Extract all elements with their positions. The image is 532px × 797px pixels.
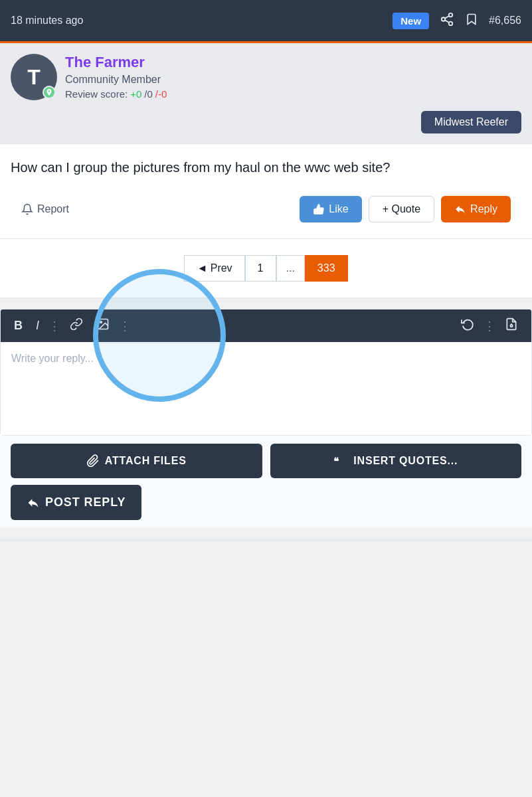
link-icon xyxy=(70,317,83,331)
draft-button[interactable] xyxy=(499,315,523,337)
user-role: Community Member xyxy=(65,74,521,86)
editor-toolbar: B I ⋮ ⋮ xyxy=(1,310,531,342)
reply-editor[interactable]: Write your reply... xyxy=(1,342,531,435)
editor-wrap: B I ⋮ ⋮ xyxy=(0,309,532,436)
action-bar: Report Like + Quote Reply xyxy=(11,191,521,228)
draft-icon xyxy=(505,317,518,331)
pagination: ◄ Prev 1 ... 333 xyxy=(0,239,532,298)
final-divider xyxy=(0,539,532,541)
toolbar-separator-3: ⋮ xyxy=(482,319,497,333)
italic-button[interactable]: I xyxy=(31,316,44,335)
post-reply-label: POST REPLY xyxy=(45,495,126,509)
community-tag-button[interactable]: Midwest Reefer xyxy=(421,111,521,133)
report-button[interactable]: Report xyxy=(21,203,300,215)
user-info: The Farmer Community Member Review score… xyxy=(65,54,521,100)
post-number: #6,656 xyxy=(489,15,521,27)
reply-icon xyxy=(454,203,466,215)
svg-text:❝: ❝ xyxy=(333,456,339,467)
action-buttons: Like + Quote Reply xyxy=(300,196,511,222)
top-bar: 18 minutes ago New #6,656 xyxy=(0,0,532,41)
undo-button[interactable] xyxy=(456,315,480,337)
online-indicator xyxy=(43,86,56,99)
quote-button[interactable]: + Quote xyxy=(369,196,434,222)
review-score: Review score: +0 /0 /-0 xyxy=(65,88,521,100)
svg-point-1 xyxy=(442,17,446,21)
reply-label: Reply xyxy=(470,203,497,215)
thumbs-up-icon xyxy=(313,203,325,215)
bottom-row-2: POST REPLY xyxy=(11,485,521,520)
image-icon xyxy=(96,317,110,331)
toolbar-separator-2: ⋮ xyxy=(118,319,132,333)
insert-quotes-label: INSERT QUOTES... xyxy=(353,455,458,467)
image-button[interactable] xyxy=(91,315,115,337)
quote-icon: ❝ xyxy=(333,454,348,468)
link-button[interactable] xyxy=(64,315,88,337)
like-label: Like xyxy=(329,203,348,215)
bottom-actions: ATTACH FILES ❝ INSERT QUOTES... POST REP… xyxy=(0,436,532,528)
new-badge: New xyxy=(393,13,429,29)
page-1-button[interactable]: 1 xyxy=(245,255,276,282)
username[interactable]: The Farmer xyxy=(65,54,521,71)
report-label: Report xyxy=(37,203,69,215)
bold-button[interactable]: B xyxy=(9,316,28,335)
editor-placeholder: Write your reply... xyxy=(11,353,94,364)
svg-point-7 xyxy=(510,325,512,327)
post-body: How can I group the pictures from my hau… xyxy=(0,144,532,238)
bottom-row-1: ATTACH FILES ❝ INSERT QUOTES... xyxy=(11,444,521,478)
prev-page-button[interactable]: ◄ Prev xyxy=(184,255,244,282)
bold-icon: B xyxy=(14,319,23,332)
post-reply-button[interactable]: POST REPLY xyxy=(11,485,141,520)
share-icon[interactable] xyxy=(440,12,454,30)
current-page-button[interactable]: 333 xyxy=(305,255,348,282)
post-header: T The Farmer Community Member Review sco… xyxy=(11,54,521,100)
avatar-wrap: T xyxy=(11,54,57,100)
undo-icon xyxy=(461,317,474,331)
italic-icon: I xyxy=(36,319,39,332)
editor-section: B I ⋮ ⋮ xyxy=(0,309,532,528)
like-button[interactable]: Like xyxy=(300,196,361,222)
toolbar-separator-1: ⋮ xyxy=(47,319,62,333)
post-content: How can I group the pictures from my hau… xyxy=(11,157,521,177)
post-time: 18 minutes ago xyxy=(11,15,382,27)
review-label: Review score: xyxy=(65,88,128,100)
svg-point-6 xyxy=(100,321,102,323)
section-divider xyxy=(0,298,532,298)
attach-files-button[interactable]: ATTACH FILES xyxy=(11,444,262,478)
avatar-letter: T xyxy=(27,65,41,90)
score-zero: /0 xyxy=(144,88,153,100)
paperclip-icon xyxy=(86,454,100,468)
attach-files-label: ATTACH FILES xyxy=(105,455,187,467)
svg-point-2 xyxy=(449,21,453,25)
bell-icon xyxy=(21,203,33,215)
svg-line-3 xyxy=(445,20,449,23)
score-negative: /-0 xyxy=(155,88,167,100)
bookmark-icon[interactable] xyxy=(465,12,478,30)
reply-button[interactable]: Reply xyxy=(441,196,511,222)
insert-quotes-button[interactable]: ❝ INSERT QUOTES... xyxy=(270,444,522,478)
svg-line-4 xyxy=(445,15,449,18)
svg-point-0 xyxy=(449,13,453,17)
score-positive: +0 xyxy=(130,88,141,100)
post-reply-icon xyxy=(27,496,40,509)
top-bar-icons: New #6,656 xyxy=(393,12,521,30)
post-card: T The Farmer Community Member Review sco… xyxy=(0,43,532,144)
page-ellipsis: ... xyxy=(276,255,305,282)
